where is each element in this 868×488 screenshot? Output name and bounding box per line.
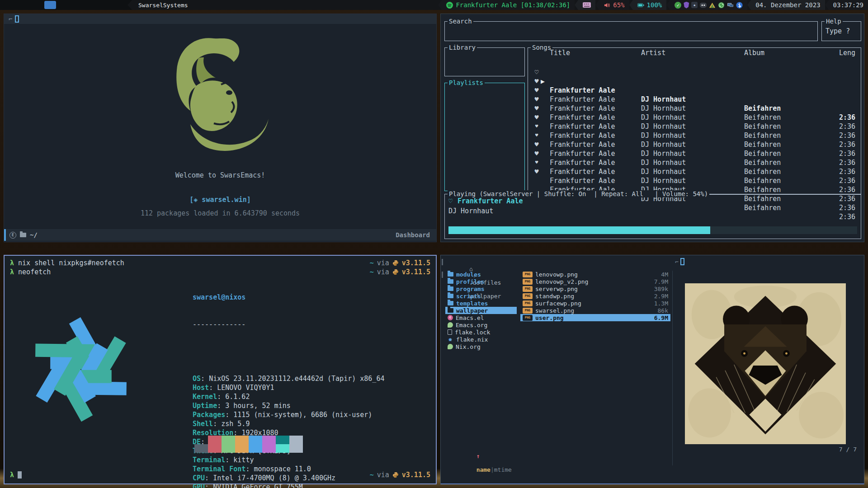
file-entry[interactable]: surfacewp.png 1.3M [520,300,670,307]
directory-entry[interactable]: Emacs.org [445,321,517,328]
favorite-heart-icon[interactable]: ♡ [448,197,453,205]
playlist-item[interactable] [445,166,524,175]
file-entry[interactable]: user.png 6.9M [520,314,670,321]
playlist-item[interactable] [445,94,524,103]
song-row[interactable]: ♥ Frankfurter Aale DJ Hornhaut Beifahren… [528,122,861,131]
directory-entry[interactable]: scripts [445,292,517,300]
workspace-switcher [0,0,127,10]
file-entry[interactable]: swarsel.png 86k [520,307,670,314]
file-type-icon [448,308,453,313]
song-row[interactable]: ♥ Frankfurter Aale DJ Hornhaut Beifahren… [528,68,861,77]
terminal-window[interactable]: λ nix shell nixpkgs#neofetch ~viav3.11.5… [4,255,437,484]
workspace-button[interactable] [71,1,83,9]
spotify-segment[interactable]: Frankfurter Aale [01:38/02:36] [442,0,575,10]
neofetch-info-line: Uptime: 3 hours, 52 mins [193,401,384,410]
song-row[interactable]: ♡ ▶ Frankfurter Aale DJ Hornhaut Beifahr… [528,59,861,68]
neofetch-user-host: swarsel@nixos [193,293,384,302]
display-icon[interactable] [727,2,734,9]
file-entry[interactable]: standwp.png 2.9M [520,292,670,300]
star-tray-icon[interactable]: ★ [691,2,698,8]
song-row[interactable]: ♥ Frankfurter Aale DJ Hornhaut Beifahren… [528,158,861,167]
workspace-button[interactable] [17,1,29,9]
file-entry[interactable]: serverwp.png 389k [520,285,670,292]
library-item[interactable] [445,50,524,59]
library-item[interactable] [445,59,524,68]
pane-divider [672,271,673,465]
directory-entry[interactable]: programs [445,285,517,292]
updates-ok-icon[interactable]: ✓ [675,2,681,9]
playlist-item[interactable] [445,85,524,94]
directory-entry[interactable]: Nix.org [445,343,517,350]
playlist-item[interactable] [445,157,524,166]
file-type-icon [523,286,533,292]
playlist-item[interactable] [445,121,524,130]
seek-bar[interactable] [448,226,857,234]
directory-entry[interactable]: modules [445,271,517,278]
date-segment[interactable]: 04. Dezember 2023 [751,0,825,10]
song-row[interactable]: ♥ Frankfurter Aale DJ Hornhaut Beifahren… [528,140,861,149]
playlist-item[interactable] [445,139,524,148]
music-player-window: Search Help Type ? Library Playlists Son… [440,14,864,242]
palette-swatch [289,444,303,453]
playlist-item[interactable] [445,130,524,139]
sort-primary[interactable]: name [476,466,491,473]
workspace-button[interactable] [58,1,70,9]
search-box[interactable]: Search [444,21,818,41]
time-text: 03:37:29 [833,1,863,9]
song-artist: DJ Hornhaut [641,176,686,185]
song-row[interactable]: ♥ Frankfurter Aale DJ Hornhaut Beifahren… [528,95,861,104]
workspace-button[interactable] [4,1,15,9]
directory-entry[interactable]: flake.nix [445,336,517,343]
directory-entry[interactable]: templates [445,300,517,307]
songs-box: Songs Title Artist Album Leng ♡ ▶ Frankf… [528,47,861,195]
file-type-icon [448,279,453,284]
neofetch-info-line: Host: LENOVO VIQY0Y1 [193,383,384,392]
playlist-item[interactable] [445,103,524,112]
playlist-item[interactable] [445,112,524,121]
keyboard-segment[interactable] [578,0,595,10]
battery-icon [637,2,644,9]
directory-entry[interactable]: wallpaper [445,307,517,314]
segment-divider [747,0,751,10]
command-text: neofetch [18,268,51,276]
directory-entry[interactable]: profiles [445,278,517,285]
song-row[interactable]: ♥ Frankfurter Aale DJ Hornhaut Beifahren… [528,104,861,113]
volume-icon [604,2,610,9]
directory-entry[interactable]: flake.lock [445,328,517,336]
tent-icon[interactable] [709,2,716,9]
shield-icon[interactable] [684,2,689,9]
workspace-button[interactable] [85,1,97,9]
volume-segment[interactable]: 65% [599,0,629,10]
clock-segment[interactable]: 03:37:29 [829,0,868,10]
battery-segment[interactable]: 100% [633,0,667,10]
workspace-button[interactable] [31,1,42,9]
dashboard-link-swarsel-win[interactable]: [◈ swarsel.win] [4,196,436,204]
song-row[interactable]: ♥ Frankfurter Aale DJ Hornhaut Beifahren… [528,77,861,86]
workspace-button[interactable] [44,1,56,9]
system-tray: ✓ ★ [670,0,747,10]
file-entry[interactable]: lenovowp.png 4M [520,271,670,278]
workspace-button[interactable] [112,1,124,9]
playlist-item[interactable] [445,148,524,157]
song-row[interactable]: ♥ Frankfurter Aale DJ Hornhaut Beifahren… [528,131,861,140]
workspace-button[interactable] [99,1,110,9]
directory-entry[interactable]: Emacs.el [445,314,517,321]
file-entry[interactable]: lenovowp_v2.png 7.9M [520,278,670,285]
neofetch-output: swarsel@nixos ------------- OS: NixOS 23… [193,275,384,488]
scroll-indicator [442,259,443,265]
bluetooth-icon[interactable] [736,2,743,9]
file-position-counter: 7 / 7 [839,446,857,480]
song-row[interactable]: ♥ Frankfurter Aale DJ Hornhaut Beifahren… [528,149,861,158]
sort-secondary[interactable]: mtime [494,466,512,473]
song-row[interactable]: ♥ Frankfurter Aale DJ Hornhaut Beifahren… [528,113,861,122]
shell-prompt[interactable]: λ [10,471,22,479]
favorite-heart-icon[interactable]: ♥ [532,167,542,176]
terminal-color-palette [194,436,303,453]
discord-icon[interactable] [700,2,707,9]
song-row[interactable]: ♥ Frankfurter Aale DJ Hornhaut Beifahren… [528,86,861,95]
file-type-icon [448,329,452,335]
syncthing-icon[interactable] [718,2,725,9]
scroll-indicator [442,272,443,278]
sort-direction-icon[interactable]: ↑ [476,453,480,460]
current-directory-list: lenovowp.png 4M lenovowp_v2.png 7.9M ser… [520,271,670,321]
